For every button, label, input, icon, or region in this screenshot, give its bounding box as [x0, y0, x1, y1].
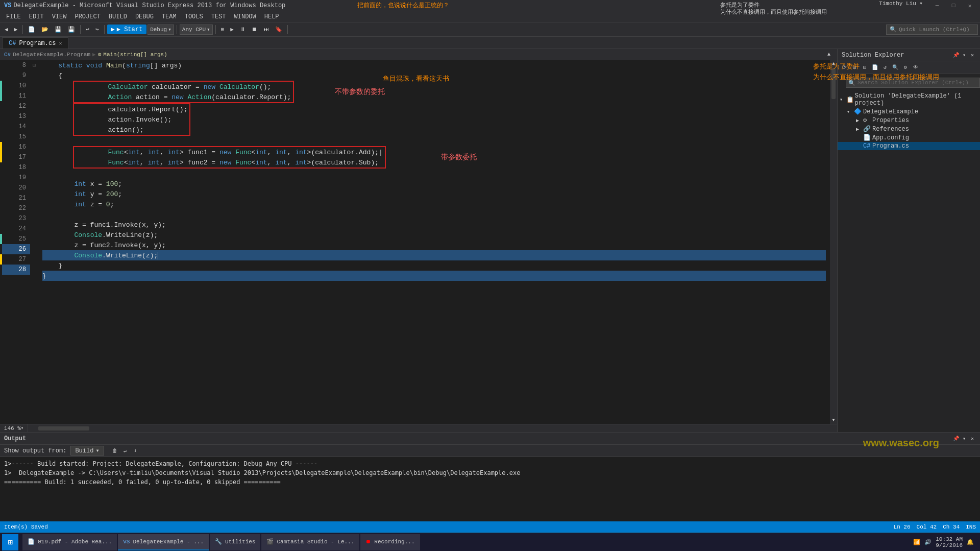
breadcrumb-method: ⚙ Main(string[] args) — [98, 51, 167, 58]
se-title-buttons: 📌 ▾ ✕ — [952, 52, 976, 59]
app-icon: VS — [4, 2, 11, 9]
appconfig-icon: 📄 — [863, 134, 871, 141]
taskbar-item-utilities[interactable]: 🔧 Utilities — [210, 534, 260, 550]
menu-build[interactable]: BUILD — [105, 11, 131, 22]
se-tree-item-references[interactable]: ▶ 🔗 References — [838, 125, 980, 133]
taskbar-item-pdf[interactable]: 📄 019.pdf - Adobe Rea... — [22, 534, 117, 550]
hscroll-thumb[interactable] — [38, 426, 89, 430]
se-properties-btn[interactable]: ⚙ — [901, 63, 910, 72]
zoom-label: 146 % — [4, 425, 21, 432]
top-right-overlay: 参托是为了委件 为什么不直接调用，而且使用参托间接调用 — [720, 1, 827, 16]
output-close-btn[interactable]: ✕ — [969, 435, 976, 442]
output-source-bar: Show output from: Build ▾ 🗑 ↵ ⬇ — [0, 445, 980, 457]
se-filter-btn[interactable]: 🔍 — [891, 63, 900, 72]
properties-label: Properties — [872, 117, 909, 124]
close-button[interactable]: ✕ — [964, 0, 976, 11]
se-tree-item-properties[interactable]: ▶ ⚙ Properties — [838, 116, 980, 125]
scroll-up-btn[interactable]: ▲ — [832, 61, 835, 66]
start-button[interactable]: ▶ ▶ Start — [107, 25, 147, 34]
output-dropdown-btn[interactable]: ▾ — [961, 435, 968, 442]
project-label: DelegateExample — [863, 108, 918, 115]
quick-launch-box[interactable]: 🔍 Quick Launch (Ctrl+Q) — [886, 25, 978, 35]
se-refresh-btn[interactable]: ↺ — [880, 63, 890, 72]
tab-close-button[interactable]: ✕ — [59, 40, 62, 46]
menu-debug[interactable]: DEBUG — [131, 11, 158, 22]
se-tree-item-solution[interactable]: ▾ 📋 Solution 'DelegateExample' (1 projec… — [838, 92, 980, 107]
menu-help[interactable]: HELP — [260, 11, 283, 22]
se-pin-button[interactable]: 📌 — [952, 52, 960, 59]
start-menu-button[interactable]: ⊞ — [2, 534, 18, 550]
recording-label: Recording... — [374, 539, 414, 545]
output-pin-btn[interactable]: 📌 — [952, 435, 960, 442]
output-clear-btn[interactable]: 🗑 — [110, 446, 119, 456]
se-show-files-btn[interactable]: 📄 — [870, 63, 879, 72]
output-wrap-btn[interactable]: ↵ — [120, 446, 130, 456]
scroll-down-btn[interactable]: ▼ — [832, 418, 835, 423]
se-close-button[interactable]: ✕ — [969, 52, 976, 59]
vertical-scrollbar[interactable]: ▲ ▼ — [830, 60, 837, 424]
output-scroll-btn[interactable]: ⬇ — [131, 446, 140, 456]
horizontal-scrollbar[interactable] — [28, 424, 837, 433]
code-line-22 — [42, 209, 826, 220]
taskbar-item-camtasia[interactable]: 🎬 Camtasia Studio - Le... — [261, 534, 359, 550]
toolbar-btn-1[interactable]: ⊞ — [218, 24, 227, 35]
line-num-10: 10 — [2, 81, 30, 91]
toolbar-btn-3[interactable]: ⏸ — [237, 24, 248, 35]
menu-tools[interactable]: TOOLS — [181, 11, 207, 22]
toolbar: ◀ ▶ 📄 📂 💾 💾 ↩ ↪ ▶ ▶ Start Debug ▾ Any CP… — [0, 22, 980, 37]
redo-button[interactable]: ↪ — [93, 24, 102, 35]
undo-button[interactable]: ↩ — [83, 24, 92, 35]
forward-button[interactable]: ▶ — [12, 24, 20, 35]
se-tree-item-programcs[interactable]: C# Program.cs — [838, 142, 980, 150]
se-sync-btn[interactable]: ⟳ — [840, 63, 849, 72]
se-tree-item-appconfig[interactable]: 📄 App.config — [838, 133, 980, 142]
menu-window[interactable]: WINDOW — [230, 11, 260, 22]
open-file-button[interactable]: 📂 — [39, 24, 51, 35]
code-editor[interactable]: static void Main(string[] args) { — [38, 60, 830, 424]
menu-view[interactable]: VIEW — [48, 11, 71, 22]
se-search-input[interactable]: 🔍 Search Solution Explorer (Ctrl+;) — [846, 78, 980, 88]
line-num-24: 24 — [2, 224, 30, 234]
tab-program-cs[interactable]: C# Program.cs ✕ — [2, 37, 68, 49]
minimize-button[interactable]: ─ — [931, 0, 943, 11]
se-collapse-btn[interactable]: ⊟ — [860, 63, 869, 72]
collapse-gutter: ⊟ — [30, 60, 38, 424]
se-dropdown-button[interactable]: ▾ — [961, 52, 968, 59]
output-panel: Output 📌 ▾ ✕ Show output from: Build ▾ 🗑… — [0, 432, 980, 521]
solution-explorer-title: Solution Explorer 📌 ▾ ✕ — [838, 49, 980, 61]
taskbar-item-recording[interactable]: ⏺ Recording... — [360, 534, 420, 550]
output-source-dropdown[interactable]: Build ▾ — [70, 446, 104, 456]
zoom-dropdown-arrow[interactable]: ▾ — [21, 425, 23, 431]
se-preview-btn[interactable]: 👁 — [911, 63, 920, 72]
menu-team[interactable]: TEAM — [158, 11, 181, 22]
taskbar-item-vs[interactable]: VS DelegateExample - ... — [118, 534, 209, 550]
se-expand-btn[interactable]: ⊞ — [850, 63, 859, 72]
toolbar-btn-6[interactable]: 🔖 — [273, 24, 285, 35]
start-icon: ▶ — [111, 26, 115, 33]
save-button[interactable]: 💾 — [52, 24, 64, 35]
zoom-control[interactable]: 146 % ▾ — [0, 424, 28, 433]
back-button[interactable]: ◀ — [2, 24, 11, 35]
se-tree-item-project[interactable]: ▾ 🔷 DelegateExample — [838, 107, 980, 116]
scroll-thumb[interactable] — [831, 68, 836, 99]
menu-test[interactable]: TEST — [207, 11, 230, 22]
se-search-area[interactable]: 🔍 Search Solution Explorer (Ctrl+;) — [838, 74, 980, 92]
editor-scroll-up[interactable]: ▲ — [825, 49, 833, 60]
maximize-button[interactable]: □ — [947, 0, 960, 11]
breadcrumb-separator: ▶ — [92, 51, 96, 58]
config-dropdown[interactable]: Debug ▾ — [148, 25, 174, 35]
new-file-button[interactable]: 📄 — [26, 24, 38, 35]
solution-explorer-panel: Solution Explorer 📌 ▾ ✕ ⟳ ⊞ ⊟ 📄 ↺ 🔍 ⚙ — [837, 49, 980, 432]
menu-file[interactable]: FILE — [2, 11, 25, 22]
toolbar-btn-4[interactable]: ⏹ — [249, 24, 260, 35]
save-all-button[interactable]: 💾 — [65, 24, 78, 35]
toolbar-btn-2[interactable]: ▶ — [228, 24, 236, 35]
annotation-group-3: Func<int, int, int> func1 = new Func<int… — [42, 146, 826, 169]
line-num-18: 18 — [2, 162, 30, 173]
platform-dropdown[interactable]: Any CPU ▾ — [180, 25, 213, 35]
menu-project[interactable]: PROJECT — [70, 11, 104, 22]
menu-edit[interactable]: EDIT — [25, 11, 48, 22]
status-col: Col 42 — [917, 524, 937, 530]
annotation-group-2: calculator.Report(); action.Invoke(); ac… — [73, 103, 190, 136]
toolbar-btn-5[interactable]: ⏭ — [261, 24, 272, 35]
